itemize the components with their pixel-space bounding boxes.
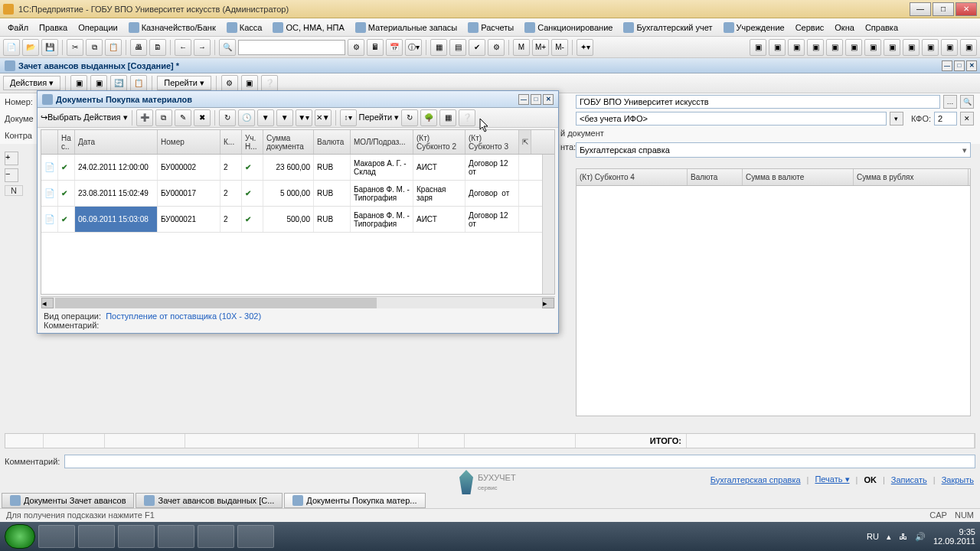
tb-save[interactable]: 💾	[41, 39, 58, 56]
menu-cash[interactable]: Касса	[222, 20, 267, 35]
tb-r9[interactable]: ▣	[903, 39, 920, 56]
grid-row-0[interactable]: 📄 ✔ 24.02.2011 12:00:00 БУ000002 2 ✔ 23 …	[41, 155, 554, 181]
tb-r10[interactable]: ▣	[922, 39, 939, 56]
menu-institution[interactable]: Учреждение	[719, 20, 789, 35]
org-open[interactable]: 🔍	[960, 95, 974, 109]
tb-print[interactable]: 🖶	[130, 39, 147, 56]
tb-m[interactable]: M	[513, 39, 530, 56]
menu-help[interactable]: Справка	[861, 21, 903, 34]
rgh-3[interactable]: Сумма в рублях	[854, 169, 969, 185]
tray-clock[interactable]: 9:35 12.09.2011	[933, 527, 975, 546]
tb-r11[interactable]: ▣	[941, 39, 958, 56]
menu-operations[interactable]: Операции	[74, 21, 122, 34]
mtb-edit[interactable]: ✎	[175, 109, 191, 126]
tb-open[interactable]: 📂	[22, 39, 39, 56]
tb-mm[interactable]: M-	[551, 39, 568, 56]
doctab-close[interactable]: ✕	[966, 60, 977, 71]
itb-2[interactable]: ▣	[90, 75, 107, 92]
doctab-max[interactable]: □	[954, 60, 965, 71]
mtb-filter3[interactable]: ▼▾	[296, 109, 312, 126]
ok-btn[interactable]: OK	[864, 475, 877, 484]
tray-vol-icon[interactable]: 🔊	[915, 532, 926, 542]
modal-titlebar[interactable]: Документы Покупка материалов — □ ✕	[38, 91, 558, 108]
tb-mp[interactable]: M+	[532, 39, 549, 56]
tb-r7[interactable]: ▣	[864, 39, 881, 56]
tb-find[interactable]: ⚙	[348, 39, 364, 56]
menu-windows[interactable]: Окна	[830, 21, 859, 34]
tray-net-icon[interactable]: 🖧	[899, 532, 907, 541]
ls-del-icon[interactable]: −	[5, 168, 18, 182]
itb-4[interactable]: 📋	[130, 75, 147, 92]
gh-mol[interactable]: МОЛ/Подраз...	[351, 130, 413, 154]
menu-service[interactable]: Сервис	[791, 21, 829, 34]
kfo-clear[interactable]: ✕	[960, 112, 974, 126]
tb-paste[interactable]: 📋	[105, 39, 122, 56]
task-app-3[interactable]	[118, 525, 155, 548]
kfo-input[interactable]	[934, 112, 957, 126]
ls-add-icon[interactable]: +	[5, 152, 18, 165]
minimize-button[interactable]: —	[910, 2, 931, 16]
gh-s3[interactable]: (Кт) Субконто 3	[466, 130, 519, 154]
comment-input[interactable]	[64, 455, 975, 468]
tb-r8[interactable]: ▣	[884, 39, 900, 56]
tb-gear[interactable]: ⚙	[488, 39, 505, 56]
rgh-1[interactable]: Валюта	[688, 169, 743, 185]
close-btn[interactable]: Закрыть	[942, 475, 974, 484]
mtb-help[interactable]: ❔	[459, 109, 475, 126]
modal-close[interactable]: ✕	[543, 94, 554, 105]
tray-icon[interactable]: ▴	[887, 532, 891, 542]
scroll-right[interactable]: ▸	[542, 298, 554, 308]
mtb-del[interactable]: ✖	[194, 109, 211, 126]
mtb-time[interactable]: 🕓	[238, 109, 255, 126]
mtb-move[interactable]: ↕▾	[340, 109, 357, 126]
itb-6[interactable]: ▣	[241, 75, 258, 92]
menu-treasury[interactable]: Казначейство/Банк	[124, 20, 220, 35]
spravka-combo[interactable]: Бухгалтерская справка ▾	[576, 142, 971, 158]
print-dd[interactable]: Печать ▾	[815, 474, 849, 484]
maximize-button[interactable]: □	[933, 2, 954, 16]
itb-5[interactable]: ⚙	[221, 75, 238, 92]
tb-r1[interactable]: ▣	[750, 39, 766, 56]
gh-nas[interactable]: На с..	[58, 130, 75, 154]
ifo-input[interactable]	[576, 112, 887, 126]
tb-calc[interactable]: 🖩	[367, 39, 384, 56]
task-app-1[interactable]	[38, 525, 75, 548]
tb-search-combo[interactable]	[238, 40, 345, 55]
tb-back[interactable]: ←	[175, 39, 191, 56]
rgh-0[interactable]: (Кт) Субконто 4	[577, 169, 688, 185]
modal-min[interactable]: —	[518, 94, 529, 105]
scroll-left[interactable]: ◂	[41, 298, 54, 308]
mtb-clear[interactable]: ✕▼	[315, 109, 332, 126]
itb-help[interactable]: ❔	[261, 75, 278, 92]
gh-uch[interactable]: Уч. Н...	[242, 130, 263, 154]
modal-max[interactable]: □	[531, 94, 541, 105]
modal-goto-dd[interactable]: Перейти ▾	[359, 112, 400, 122]
actions-dropdown[interactable]: Действия ▾	[3, 76, 60, 90]
mtb-ref2[interactable]: ↻	[401, 109, 418, 126]
tb-grid2[interactable]: ▤	[449, 39, 466, 56]
rgh-2[interactable]: Сумма в валюте	[743, 169, 854, 185]
gh-mark[interactable]	[41, 130, 58, 154]
tb-star[interactable]: ✦▾	[577, 39, 593, 56]
goto-dropdown[interactable]: Перейти ▾	[157, 76, 211, 90]
modal-select-btn[interactable]: ↪Выбрать	[41, 112, 81, 122]
menu-accounting[interactable]: Бухгалтерский учет	[619, 20, 717, 35]
task-app-5[interactable]	[198, 525, 234, 548]
tb-r12[interactable]: ▣	[960, 39, 977, 56]
tb-cal[interactable]: 📅	[386, 39, 403, 56]
mtb-refresh[interactable]: ↻	[219, 109, 236, 126]
task-app-2[interactable]	[78, 525, 115, 548]
spravka-link[interactable]: Бухгалтерская справка	[710, 475, 801, 484]
op-link[interactable]: Поступление от поставщика (10Х - 302)	[106, 311, 261, 321]
tb-new[interactable]: 📄	[3, 39, 20, 56]
org-pick[interactable]: …	[943, 95, 957, 109]
tb-info[interactable]: ⓘ▾	[405, 39, 422, 56]
tb-r6[interactable]: ▣	[845, 39, 862, 56]
mtb-copy[interactable]: ⧉	[155, 109, 172, 126]
modal-actions-dd[interactable]: Действия ▾	[83, 112, 127, 122]
menu-materials[interactable]: Материальные запасы	[351, 20, 462, 35]
tb-grid1[interactable]: ▦	[430, 39, 447, 56]
modal-grid[interactable]: На с.. Дата Номер К... Уч. Н... Сумма до…	[41, 129, 555, 295]
itb-3[interactable]: 🔄	[110, 75, 127, 92]
tb-preview[interactable]: 🗎	[149, 39, 166, 56]
